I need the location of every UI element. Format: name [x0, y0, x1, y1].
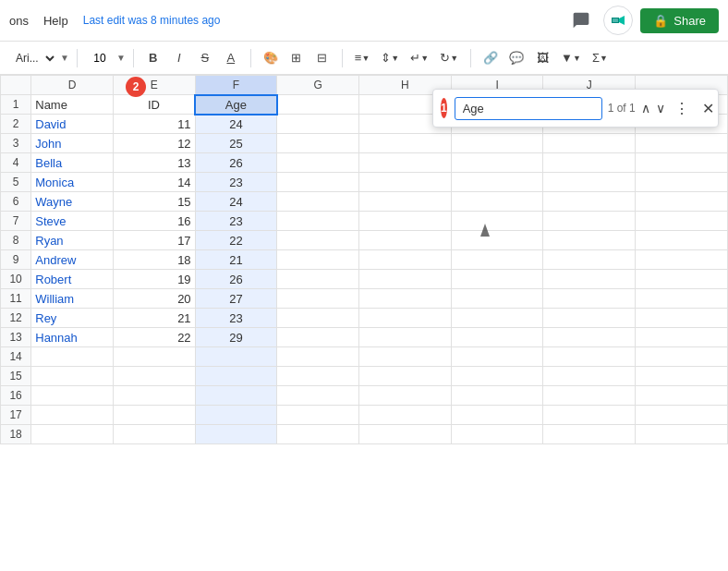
cell-g-6[interactable]	[277, 192, 359, 212]
cell-d-1[interactable]: Name	[31, 95, 114, 115]
cell-f-15[interactable]	[195, 367, 277, 386]
cell-d-4[interactable]: Bella	[31, 153, 114, 173]
cell-e-9[interactable]: 18	[113, 250, 195, 270]
cell-e-1[interactable]: ID	[113, 95, 195, 115]
cell-j-8[interactable]	[543, 231, 636, 250]
cell-f-17[interactable]	[195, 406, 277, 425]
cell-i-10[interactable]	[451, 270, 543, 289]
cell-j-14[interactable]	[543, 347, 636, 367]
cell-i-9[interactable]	[451, 250, 543, 270]
cell-j-17[interactable]	[543, 406, 636, 425]
cell-g-9[interactable]	[277, 250, 359, 270]
cell-i-5[interactable]	[451, 173, 543, 192]
cell-j-12[interactable]	[543, 309, 636, 328]
cell-f-12[interactable]: 23	[195, 309, 277, 328]
cell-e-4[interactable]: 13	[113, 153, 195, 173]
cell-d-13[interactable]: Hannah	[31, 328, 114, 347]
cell-j-9[interactable]	[543, 250, 636, 270]
cell-e-11[interactable]: 20	[113, 289, 195, 309]
cell-e-15[interactable]	[113, 367, 195, 386]
cell-i-17[interactable]	[451, 406, 543, 425]
functions-button[interactable]: Σ▼	[588, 46, 613, 70]
cell-e-12[interactable]: 21	[113, 309, 195, 328]
cell-g-16[interactable]	[277, 386, 359, 406]
cell-g-1[interactable]	[277, 95, 359, 115]
cell-f-7[interactable]: 23	[195, 212, 277, 231]
cell-h-17[interactable]	[358, 406, 451, 425]
cell-d-8[interactable]: Ryan	[31, 231, 114, 250]
cell-e-5[interactable]: 14	[113, 173, 195, 192]
cell-f-2[interactable]: 24	[195, 115, 277, 134]
cell-g-10[interactable]	[277, 270, 359, 289]
comment-button[interactable]: 💬	[504, 46, 528, 70]
cell-f-16[interactable]	[195, 386, 277, 406]
cell-d-11[interactable]: William	[31, 289, 114, 309]
cell-f-4[interactable]: 26	[195, 153, 277, 173]
cell-f-5[interactable]: 23	[195, 173, 277, 192]
cell-f-1[interactable]: Age	[195, 95, 277, 115]
cell-d-18[interactable]	[31, 425, 114, 444]
cell-i-16[interactable]	[451, 386, 543, 406]
rotate-button[interactable]: ↻▼	[435, 46, 463, 70]
cell-h-9[interactable]	[358, 250, 451, 270]
cell-i-4[interactable]	[451, 153, 543, 173]
col-header-g[interactable]: G	[277, 76, 359, 95]
cell-g-15[interactable]	[277, 367, 359, 386]
halign-button[interactable]: ≡▼	[350, 46, 375, 70]
italic-button[interactable]: I	[167, 46, 191, 70]
cell-g-14[interactable]	[277, 347, 359, 367]
cell-g-18[interactable]	[277, 425, 359, 444]
cell-d-15[interactable]	[31, 367, 114, 386]
underline-button[interactable]: A	[219, 46, 243, 70]
cell-e-8[interactable]: 17	[113, 231, 195, 250]
cell-g-12[interactable]	[277, 309, 359, 328]
cell-g-5[interactable]	[277, 173, 359, 192]
cell-j-13[interactable]	[543, 328, 636, 347]
cell-h-14[interactable]	[358, 347, 451, 367]
cell-i-6[interactable]	[451, 192, 543, 212]
cell-h-3[interactable]	[358, 134, 451, 153]
menu-help[interactable]: Help	[43, 14, 68, 28]
cell-g-17[interactable]	[277, 406, 359, 425]
wrap-button[interactable]: ↵▼	[406, 46, 433, 70]
cell-k-9[interactable]	[636, 250, 728, 270]
cell-e-14[interactable]	[113, 347, 195, 367]
cell-d-17[interactable]	[31, 406, 114, 425]
merge-button[interactable]: ⊟	[310, 46, 334, 70]
cell-g-4[interactable]	[277, 153, 359, 173]
font-size-input[interactable]	[85, 49, 115, 67]
cell-j-18[interactable]	[543, 425, 636, 444]
cell-j-10[interactable]	[543, 270, 636, 289]
cell-f-10[interactable]: 26	[195, 270, 277, 289]
search-more-button[interactable]: ⋮	[671, 95, 693, 121]
cell-d-3[interactable]: John	[31, 134, 114, 153]
fill-color-button[interactable]: 🎨	[259, 46, 283, 70]
cell-e-17[interactable]	[113, 406, 195, 425]
strikethrough-button[interactable]: S	[193, 46, 217, 70]
cell-j-11[interactable]	[543, 289, 636, 309]
borders-button[interactable]: ⊞	[285, 46, 309, 70]
cell-f-14[interactable]	[195, 347, 277, 367]
cell-k-8[interactable]	[636, 231, 728, 250]
cell-e-2[interactable]: 11	[113, 115, 195, 134]
cell-f-9[interactable]: 21	[195, 250, 277, 270]
cell-i-14[interactable]	[451, 347, 543, 367]
cell-h-7[interactable]	[358, 212, 451, 231]
cell-h-13[interactable]	[358, 328, 451, 347]
cell-g-8[interactable]	[277, 231, 359, 250]
cell-k-16[interactable]	[636, 386, 728, 406]
cell-d-5[interactable]: Monica	[31, 173, 114, 192]
cell-k-3[interactable]	[636, 134, 728, 153]
cell-e-13[interactable]: 22	[113, 328, 195, 347]
col-header-d[interactable]: D	[31, 76, 114, 95]
cell-k-6[interactable]	[636, 192, 728, 212]
cell-j-16[interactable]	[543, 386, 636, 406]
search-close-button[interactable]: ✕	[698, 95, 718, 121]
cell-k-7[interactable]	[636, 212, 728, 231]
cell-k-14[interactable]	[636, 347, 728, 367]
valign-button[interactable]: ⇕▼	[376, 46, 404, 70]
filter-button[interactable]: ▼▼	[556, 46, 586, 70]
cell-g-2[interactable]	[277, 115, 359, 134]
spreadsheet-scroll-area[interactable]: D E F G H I J 1NameIDAge2David11243John1…	[0, 75, 728, 553]
cell-i-7[interactable]	[451, 212, 543, 231]
